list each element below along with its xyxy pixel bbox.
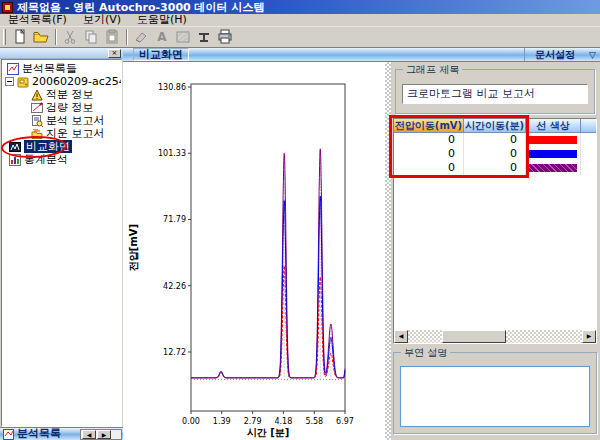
analysis-list-panel: × 분석목록들 20060209-ac254 적분 정보 검량 정보 (0, 48, 123, 440)
view-title: 비교화면 (133, 48, 189, 61)
svg-text:42.26: 42.26 (163, 282, 186, 291)
menu-analysis-list[interactable]: 분석목록(F) (0, 14, 75, 26)
note-textarea[interactable] (400, 366, 590, 427)
note-groupbox: 부연 설명 (393, 352, 597, 434)
toolbar-grip (3, 29, 6, 45)
tree-item-integration-info[interactable]: 적분 정보 (2, 88, 121, 101)
svg-text:6.97: 6.97 (336, 417, 354, 426)
doc-settings-label: 문서설정 (535, 49, 575, 61)
note-group-label: 부연 설명 (401, 347, 450, 358)
annotate-button[interactable]: A (152, 28, 172, 46)
tree-item-dataset[interactable]: 20060209-ac254 (2, 75, 121, 88)
window-title: 제목없음 - 영린 Autochro-3000 데이터 시스템 (17, 1, 264, 14)
svg-text:2.79: 2.79 (244, 417, 262, 426)
analysis-report-icon (31, 115, 43, 127)
line-color-cell[interactable] (526, 133, 581, 147)
print-icon (217, 29, 233, 45)
svg-text:0.00: 0.00 (182, 417, 200, 426)
tree-item-label: 분석 보고서 (46, 114, 105, 127)
erase-button[interactable] (131, 28, 151, 46)
svg-text:12.72: 12.72 (163, 348, 186, 357)
svg-text:4.18: 4.18 (274, 417, 292, 426)
line-color-cell[interactable] (526, 161, 581, 175)
tree-item-calibration-info[interactable]: 검량 정보 (2, 101, 121, 114)
analysis-list-icon (7, 63, 19, 75)
column-header-line-color[interactable]: 선 색상 (526, 119, 581, 133)
doc-settings-control[interactable]: 문서설정 ▽ (524, 48, 596, 61)
analysis-list-tab-icon (3, 429, 14, 440)
paste-button[interactable] (102, 28, 122, 46)
baseline-icon (196, 29, 212, 45)
copy-icon (83, 29, 99, 45)
new-icon (12, 29, 28, 45)
app-icon (2, 2, 13, 13)
integration-info-icon (31, 89, 43, 101)
tab-scroller: ◀ ▶ (80, 429, 122, 440)
chromatogram-chart: 130.86101.3371.7942.2612.720.001.392.794… (123, 62, 385, 440)
horizontal-scrollbar[interactable]: ◀ ▶ (394, 330, 596, 343)
cut-icon (62, 29, 78, 45)
data-file-icon (17, 76, 29, 88)
copy-button[interactable] (81, 28, 101, 46)
panel-header: × (0, 48, 123, 59)
tree-item-analysis-report[interactable]: 분석 보고서 (2, 114, 121, 127)
color-swatch-red (529, 136, 577, 144)
analysis-list-tab[interactable]: 분석목록 ◀ ▶ (0, 427, 123, 440)
chromatogram-chart-panel: 130.86101.3371.7942.2612.720.001.392.794… (123, 62, 385, 440)
tree-item-analysis-lists[interactable]: 분석목록들 (2, 62, 121, 75)
line-color-cell[interactable] (526, 147, 581, 161)
tree-item-label: 적분 정보 (46, 88, 94, 101)
title-bar: 제목없음 - 영린 Autochro-3000 데이터 시스템 (0, 0, 600, 14)
app-window: 제목없음 - 영린 Autochro-3000 데이터 시스템 분석목록(F) … (0, 0, 600, 440)
scroll-left-icon[interactable]: ◀ (82, 430, 96, 439)
scrollbar-right-arrow-icon[interactable]: ▶ (582, 330, 596, 343)
open-icon (33, 29, 49, 45)
red-rectangle-annotation (389, 115, 529, 178)
dropdown-triangle-icon[interactable]: ▽ (589, 49, 596, 61)
tree-item-label: 20060209-ac254 (32, 75, 122, 88)
svg-text:71.79: 71.79 (163, 215, 186, 224)
menu-help[interactable]: 도움말(H) (129, 14, 195, 26)
menu-view[interactable]: 보기(V) (75, 14, 129, 26)
svg-text:1.39: 1.39 (213, 417, 231, 426)
region-icon (175, 29, 191, 45)
graph-title-groupbox: 그래프 제목 크로마토그램 비교 보고서 (395, 69, 595, 114)
analysis-list-tab-label: 분석목록 (17, 428, 61, 440)
erase-icon (133, 29, 149, 45)
annotate-icon: A (154, 29, 170, 45)
svg-text:전압[mV]: 전압[mV] (128, 224, 139, 271)
scrollbar-left-arrow-icon[interactable]: ◀ (394, 330, 408, 343)
collapse-expander-icon[interactable] (5, 77, 14, 86)
print-button[interactable] (215, 28, 235, 46)
new-button[interactable] (10, 28, 30, 46)
color-swatch-purple (529, 164, 577, 172)
svg-text:시간 [분]: 시간 [분] (247, 427, 290, 438)
menu-bar: 분석목록(F) 보기(V) 도움말(H) (0, 14, 600, 27)
region-button[interactable] (173, 28, 193, 46)
graph-title-group-label: 그래프 제목 (403, 64, 462, 75)
close-icon[interactable]: × (108, 49, 121, 58)
paste-icon (104, 29, 120, 45)
tree-item-label: 검량 정보 (46, 101, 94, 114)
analysis-tree: 분석목록들 20060209-ac254 적분 정보 검량 정보 분석 보고서 (1, 59, 122, 427)
svg-text:5.58: 5.58 (305, 417, 323, 426)
cut-button[interactable] (60, 28, 80, 46)
graph-title-input[interactable]: 크로마토그램 비교 보고서 (402, 84, 588, 104)
color-swatch-blue (529, 150, 577, 158)
toolbar: A (0, 27, 600, 48)
view-header: 비교화면 문서설정 ▽ (123, 48, 600, 62)
toolbar-separator (55, 29, 57, 45)
scroll-right-icon[interactable]: ▶ (97, 430, 111, 439)
baseline-button[interactable] (194, 28, 214, 46)
svg-text:101.33: 101.33 (158, 149, 186, 158)
scrollbar-thumb[interactable] (442, 330, 506, 343)
svg-text:A: A (157, 30, 167, 44)
column-header-stub (581, 119, 596, 133)
toolbar-separator (126, 29, 128, 45)
svg-text:130.86: 130.86 (158, 83, 186, 92)
calibration-info-icon (31, 102, 43, 114)
tree-item-label: 분석목록들 (22, 62, 77, 75)
open-button[interactable] (31, 28, 51, 46)
